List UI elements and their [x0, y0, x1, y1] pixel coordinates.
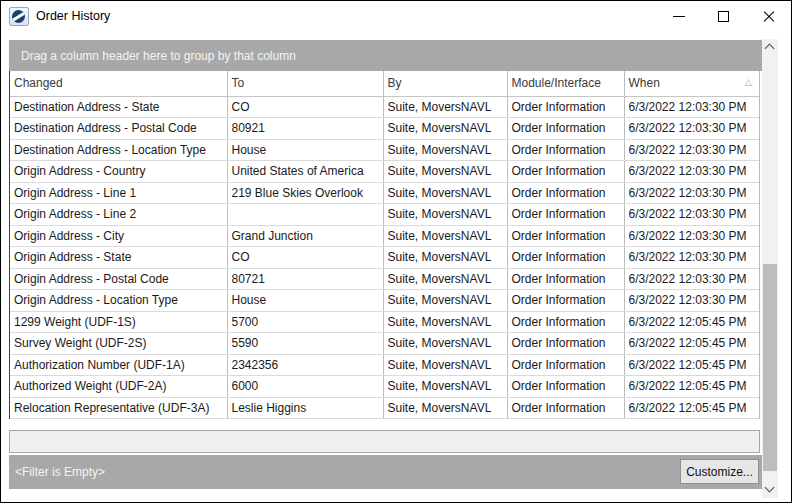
- cell-when: 6/3/2022 12:03:30 PM: [624, 225, 759, 247]
- column-header-changed[interactable]: Changed: [10, 71, 227, 96]
- filter-status: <Filter is Empty>: [15, 455, 105, 489]
- cell-to: 6000: [227, 376, 383, 398]
- table-row[interactable]: Origin Address - Location TypeHouseSuite…: [10, 290, 759, 312]
- cell-when: 6/3/2022 12:03:30 PM: [624, 182, 759, 204]
- cell-changed: Origin Address - Line 1: [10, 182, 227, 204]
- cell-when: 6/3/2022 12:03:30 PM: [624, 247, 759, 269]
- table-row[interactable]: Origin Address - Line 1219 Blue Skies Ov…: [10, 182, 759, 204]
- column-header-to[interactable]: To: [227, 71, 383, 96]
- cell-module: Order Information: [507, 225, 624, 247]
- column-header-module[interactable]: Module/Interface: [507, 71, 624, 96]
- cell-to: 219 Blue Skies Overlook: [227, 182, 383, 204]
- table-row[interactable]: Survey Weight (UDF-2S)5590Suite, MoversN…: [10, 333, 759, 355]
- cell-by: Suite, MoversNAVL: [383, 118, 507, 140]
- cell-module: Order Information: [507, 354, 624, 376]
- table-row[interactable]: Origin Address - CountryUnited States of…: [10, 161, 759, 183]
- scroll-down-button[interactable]: [762, 481, 778, 498]
- cell-to: 2342356: [227, 354, 383, 376]
- cell-when: 6/3/2022 12:03:30 PM: [624, 161, 759, 183]
- order-history-grid: ChangedToByModule/InterfaceWhen△ Destina…: [9, 71, 760, 419]
- cell-to: 5700: [227, 311, 383, 333]
- cell-by: Suite, MoversNAVL: [383, 268, 507, 290]
- cell-module: Order Information: [507, 333, 624, 355]
- cell-changed: Survey Weight (UDF-2S): [10, 333, 227, 355]
- cell-by: Suite, MoversNAVL: [383, 290, 507, 312]
- app-logo-icon: [9, 7, 29, 26]
- cell-to: 80921: [227, 118, 383, 140]
- cell-to: 80721: [227, 268, 383, 290]
- cell-to: United States of America: [227, 161, 383, 183]
- table-row[interactable]: Destination Address - Location TypeHouse…: [10, 139, 759, 161]
- window-controls: [656, 1, 791, 31]
- table-row[interactable]: Origin Address - Postal Code80721Suite, …: [10, 268, 759, 290]
- table-row[interactable]: 1299 Weight (UDF-1S)5700Suite, MoversNAV…: [10, 311, 759, 333]
- cell-changed: Authorized Weight (UDF-2A): [10, 376, 227, 398]
- cell-when: 6/3/2022 12:05:45 PM: [624, 333, 759, 355]
- cell-when: 6/3/2022 12:05:45 PM: [624, 311, 759, 333]
- cell-by: Suite, MoversNAVL: [383, 333, 507, 355]
- close-button[interactable]: [746, 1, 791, 31]
- cell-module: Order Information: [507, 397, 624, 419]
- filter-panel: <Filter is Empty> Customize...: [9, 455, 762, 489]
- group-by-panel[interactable]: Drag a column header here to group by th…: [9, 40, 762, 71]
- scroll-up-button[interactable]: [762, 39, 778, 56]
- cell-to: House: [227, 139, 383, 161]
- cell-by: Suite, MoversNAVL: [383, 247, 507, 269]
- chevron-up-icon: [765, 44, 775, 54]
- column-header-row: ChangedToByModule/InterfaceWhen△: [10, 71, 759, 96]
- cell-to: Grand Junction: [227, 225, 383, 247]
- cell-module: Order Information: [507, 247, 624, 269]
- cell-to: Leslie Higgins: [227, 397, 383, 419]
- vertical-scrollbar[interactable]: [762, 39, 778, 498]
- minimize-button[interactable]: [656, 1, 701, 31]
- cell-changed: Destination Address - State: [10, 96, 227, 118]
- column-header-label: By: [388, 76, 402, 90]
- table-row[interactable]: Relocation Representative (UDF-3A)Leslie…: [10, 397, 759, 419]
- cell-by: Suite, MoversNAVL: [383, 161, 507, 183]
- cell-module: Order Information: [507, 118, 624, 140]
- table-row[interactable]: Destination Address - StateCOSuite, Move…: [10, 96, 759, 118]
- cell-by: Suite, MoversNAVL: [383, 96, 507, 118]
- cell-by: Suite, MoversNAVL: [383, 182, 507, 204]
- customize-button[interactable]: Customize...: [680, 459, 759, 484]
- cell-module: Order Information: [507, 204, 624, 226]
- cell-module: Order Information: [507, 96, 624, 118]
- cell-by: Suite, MoversNAVL: [383, 354, 507, 376]
- maximize-button[interactable]: [701, 1, 746, 31]
- table-row[interactable]: Origin Address - CityGrand JunctionSuite…: [10, 225, 759, 247]
- table-row[interactable]: Authorization Number (UDF-1A)2342356Suit…: [10, 354, 759, 376]
- table-row[interactable]: Origin Address - StateCOSuite, MoversNAV…: [10, 247, 759, 269]
- cell-by: Suite, MoversNAVL: [383, 204, 507, 226]
- order-history-window: Order History Drag a column header here …: [0, 0, 792, 503]
- cell-when: 6/3/2022 12:03:30 PM: [624, 268, 759, 290]
- cell-changed: Destination Address - Postal Code: [10, 118, 227, 140]
- horizontal-scrollbar[interactable]: [9, 430, 760, 453]
- cell-module: Order Information: [507, 290, 624, 312]
- column-header-when[interactable]: When△: [624, 71, 759, 96]
- cell-module: Order Information: [507, 268, 624, 290]
- cell-by: Suite, MoversNAVL: [383, 225, 507, 247]
- cell-when: 6/3/2022 12:03:30 PM: [624, 118, 759, 140]
- scrollbar-thumb[interactable]: [763, 264, 777, 471]
- cell-when: 6/3/2022 12:03:30 PM: [624, 204, 759, 226]
- cell-to: CO: [227, 247, 383, 269]
- cell-when: 6/3/2022 12:03:30 PM: [624, 139, 759, 161]
- titlebar: Order History: [1, 1, 791, 31]
- table-row[interactable]: Destination Address - Postal Code80921Su…: [10, 118, 759, 140]
- column-header-by[interactable]: By: [383, 71, 507, 96]
- table-row[interactable]: Origin Address - Line 2Suite, MoversNAVL…: [10, 204, 759, 226]
- cell-by: Suite, MoversNAVL: [383, 376, 507, 398]
- cell-changed: Origin Address - State: [10, 247, 227, 269]
- cell-when: 6/3/2022 12:05:45 PM: [624, 376, 759, 398]
- cell-to: House: [227, 290, 383, 312]
- cell-changed: Destination Address - Location Type: [10, 139, 227, 161]
- table-row[interactable]: Authorized Weight (UDF-2A)6000Suite, Mov…: [10, 376, 759, 398]
- column-header-label: When: [629, 76, 660, 90]
- cell-changed: Relocation Representative (UDF-3A): [10, 397, 227, 419]
- chevron-down-icon: [765, 483, 775, 493]
- cell-changed: Origin Address - Line 2: [10, 204, 227, 226]
- cell-to: [227, 204, 383, 226]
- cell-module: Order Information: [507, 161, 624, 183]
- column-header-label: Module/Interface: [512, 76, 601, 90]
- cell-by: Suite, MoversNAVL: [383, 139, 507, 161]
